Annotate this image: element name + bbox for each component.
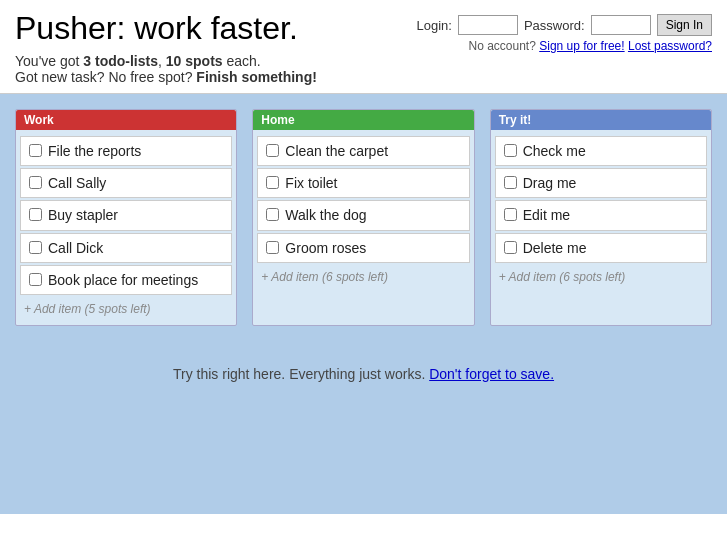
list-items-work: File the reportsCall SallyBuy staplerCal…	[16, 130, 236, 325]
login-label: Login:	[417, 18, 452, 33]
list-item: Call Sally	[20, 168, 232, 198]
list-item: Groom roses	[257, 233, 469, 263]
add-item-link-home[interactable]: + Add item (6 spots left)	[253, 265, 473, 289]
list-col-work: WorkFile the reportsCall SallyBuy staple…	[15, 109, 237, 326]
list-item-text: Drag me	[523, 174, 577, 192]
header-left: Pusher: work faster. You've got 3 todo-l…	[15, 10, 317, 85]
checkbox-home-1[interactable]	[266, 176, 279, 189]
list-header-home: Home	[253, 110, 473, 130]
footer-text: Try this right here. Everything just wor…	[173, 366, 429, 382]
password-input[interactable]	[591, 15, 651, 35]
list-col-tryit: Try it!Check meDrag meEdit meDelete me+ …	[490, 109, 712, 326]
tagline-mid1: ,	[158, 53, 166, 69]
list-item: Clean the carpet	[257, 136, 469, 166]
logo: Pusher: work faster.	[15, 10, 317, 47]
login-input[interactable]	[458, 15, 518, 35]
add-item-link-work[interactable]: + Add item (5 spots left)	[16, 297, 236, 321]
list-items-home: Clean the carpetFix toiletWalk the dogGr…	[253, 130, 473, 293]
list-item: Check me	[495, 136, 707, 166]
sign-in-button[interactable]: Sign In	[657, 14, 712, 36]
list-item: Buy stapler	[20, 200, 232, 230]
checkbox-tryit-3[interactable]	[504, 241, 517, 254]
list-item: Fix toilet	[257, 168, 469, 198]
checkbox-work-4[interactable]	[29, 273, 42, 286]
list-item-text: Fix toilet	[285, 174, 337, 192]
save-link[interactable]: Don't forget to save.	[429, 366, 554, 382]
list-item-text: Call Sally	[48, 174, 106, 192]
logo-bold: Pusher:	[15, 10, 125, 46]
checkbox-tryit-2[interactable]	[504, 208, 517, 221]
list-item: Drag me	[495, 168, 707, 198]
list-item: Delete me	[495, 233, 707, 263]
list-col-home: HomeClean the carpetFix toiletWalk the d…	[252, 109, 474, 326]
auth-area: Login: Password: Sign In No account? Sig…	[417, 10, 712, 53]
password-label: Password:	[524, 18, 585, 33]
tagline-bold2: 10 spots	[166, 53, 223, 69]
main-content: WorkFile the reportsCall SallyBuy staple…	[0, 94, 727, 514]
auth-links: No account? Sign up for free! Lost passw…	[468, 39, 712, 53]
sign-up-link[interactable]: Sign up for free!	[539, 39, 624, 53]
list-item-text: Buy stapler	[48, 206, 118, 224]
lists-container: WorkFile the reportsCall SallyBuy staple…	[15, 109, 712, 326]
add-item-link-tryit[interactable]: + Add item (6 spots left)	[491, 265, 711, 289]
tagline-pre1: You've got	[15, 53, 83, 69]
tagline-post1: each.	[223, 53, 261, 69]
header: Pusher: work faster. You've got 3 todo-l…	[0, 0, 727, 94]
checkbox-home-0[interactable]	[266, 144, 279, 157]
list-item-text: Book place for meetings	[48, 271, 198, 289]
checkbox-work-2[interactable]	[29, 208, 42, 221]
list-item: File the reports	[20, 136, 232, 166]
list-items-tryit: Check meDrag meEdit meDelete me+ Add ite…	[491, 130, 711, 293]
no-account-text: No account?	[468, 39, 535, 53]
list-header-tryit: Try it!	[491, 110, 711, 130]
list-item: Book place for meetings	[20, 265, 232, 295]
checkbox-work-3[interactable]	[29, 241, 42, 254]
list-item-text: Clean the carpet	[285, 142, 388, 160]
list-item: Walk the dog	[257, 200, 469, 230]
checkbox-work-0[interactable]	[29, 144, 42, 157]
tagline: You've got 3 todo-lists, 10 spots each. …	[15, 53, 317, 85]
list-item-text: Walk the dog	[285, 206, 366, 224]
auth-row: Login: Password: Sign In	[417, 14, 712, 36]
list-item-text: Check me	[523, 142, 586, 160]
list-item-text: Edit me	[523, 206, 570, 224]
list-item-text: Groom roses	[285, 239, 366, 257]
list-item-text: File the reports	[48, 142, 141, 160]
checkbox-home-3[interactable]	[266, 241, 279, 254]
tagline-bold1: 3 todo-lists	[83, 53, 158, 69]
tagline-bold3: Finish something!	[196, 69, 317, 85]
list-item: Call Dick	[20, 233, 232, 263]
lost-password-link[interactable]: Lost password?	[628, 39, 712, 53]
list-item-text: Delete me	[523, 239, 587, 257]
checkbox-home-2[interactable]	[266, 208, 279, 221]
checkbox-tryit-0[interactable]	[504, 144, 517, 157]
list-item-text: Call Dick	[48, 239, 103, 257]
list-item: Edit me	[495, 200, 707, 230]
logo-rest: work faster.	[125, 10, 298, 46]
footer-note: Try this right here. Everything just wor…	[15, 346, 712, 402]
checkbox-work-1[interactable]	[29, 176, 42, 189]
list-header-work: Work	[16, 110, 236, 130]
tagline-pre2: Got new task? No free spot?	[15, 69, 196, 85]
checkbox-tryit-1[interactable]	[504, 176, 517, 189]
